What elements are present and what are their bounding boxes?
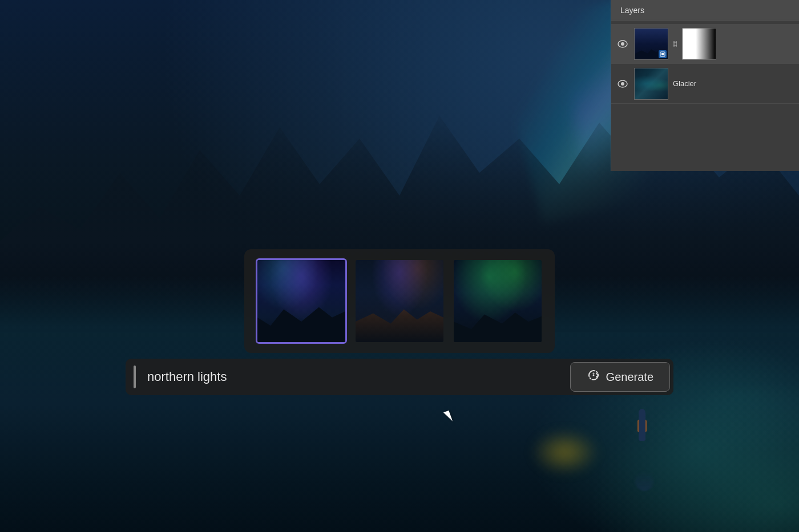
svg-rect-3: [661, 53, 664, 55]
layers-content: Glacier: [611, 21, 799, 107]
generate-button-label: Generate: [606, 371, 653, 384]
smart-object-badge: [659, 50, 667, 58]
preview-image-3: [454, 260, 542, 342]
preview-thumb-2[interactable]: [354, 258, 445, 344]
layer-2-thumbnail: [634, 68, 668, 100]
layer-2-name: Glacier: [673, 79, 696, 88]
layer-row-1[interactable]: [611, 24, 799, 64]
layer-1-thumbnail: [634, 28, 668, 60]
layer-2-visibility-toggle[interactable]: [616, 77, 629, 91]
person-silhouette: [633, 401, 651, 441]
layer-row-2[interactable]: Glacier: [611, 64, 799, 104]
prompt-input[interactable]: [136, 369, 570, 384]
generative-fill-container: Generate: [126, 249, 673, 395]
layer-1-visibility-toggle[interactable]: [616, 37, 629, 51]
yellow-light-glow: [531, 429, 599, 475]
person-reflection: [635, 470, 653, 491]
svg-point-1: [621, 42, 624, 46]
layer-1-mask-thumbnail: [682, 28, 716, 60]
prompt-bar: Generate: [126, 359, 673, 395]
layers-panel-title: Layers: [620, 6, 644, 15]
layer-1-link-icon: [671, 39, 680, 48]
layers-panel: Layers: [611, 0, 799, 171]
preview-image-2: [356, 260, 443, 342]
preview-image-1: [257, 260, 345, 342]
preview-thumb-3[interactable]: [452, 258, 543, 344]
generate-icon: [587, 368, 600, 385]
layers-panel-header: Layers: [611, 0, 799, 21]
preview-strip: [244, 249, 555, 353]
svg-point-5: [621, 82, 624, 86]
generate-button[interactable]: Generate: [570, 362, 670, 392]
preview-thumb-1[interactable]: [256, 258, 347, 344]
